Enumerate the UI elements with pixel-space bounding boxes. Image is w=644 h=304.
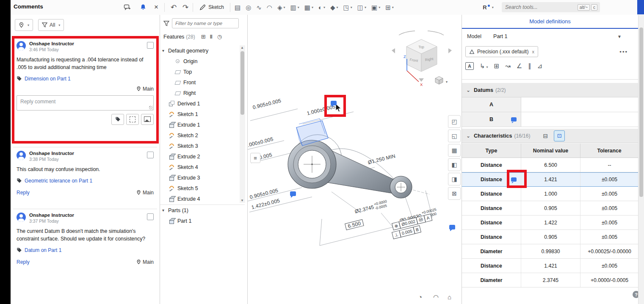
- surface-profile-button[interactable]: ⊿: [537, 62, 543, 70]
- collapse-panel-button[interactable]: ≡: [250, 153, 260, 163]
- feature-item-right[interactable]: Right: [160, 88, 240, 98]
- scroll-down-icon[interactable]: ▼: [240, 199, 244, 202]
- dimension-label[interactable]: Ø2.3745+0.0000-0.0005: [354, 199, 388, 216]
- model-select[interactable]: Part 1: [493, 33, 507, 39]
- feature-item-default-geometry[interactable]: ▾Default geometry: [160, 45, 240, 56]
- comment-indicator-icon[interactable]: [511, 117, 517, 122]
- capture-region-button[interactable]: [126, 114, 139, 125]
- mirror-button[interactable]: ◐▾: [316, 2, 328, 13]
- add-comment-button[interactable]: [122, 2, 133, 13]
- resolve-checkbox[interactable]: [147, 42, 154, 49]
- characteristics-section-header[interactable]: ⌄ Characteristics (16/16) ⊟ ⊡: [462, 129, 638, 143]
- insert-button[interactable]: ⊞▾: [383, 2, 396, 13]
- feature-item-sketch-3[interactable]: Sketch 3: [160, 141, 240, 151]
- comment-pin-icon[interactable]: [290, 191, 296, 196]
- datum-row[interactable]: B: [462, 112, 638, 127]
- undo-button[interactable]: ↶: [168, 2, 179, 13]
- dimension-label[interactable]: 0.905±0.005: [252, 98, 282, 111]
- feature-item-extrude-2[interactable]: Extrude 2: [160, 151, 240, 162]
- callout-button[interactable]: ↳▾: [480, 62, 488, 70]
- chevron-down-icon[interactable]: ▾: [162, 48, 168, 53]
- column-header-tolerance[interactable]: Tolerance: [580, 144, 638, 158]
- overflow-menu-button[interactable]: •••: [619, 49, 628, 55]
- dimension-label[interactable]: 6.500: [345, 219, 364, 230]
- comment-tag-link[interactable]: Datum on Part 1: [25, 247, 61, 253]
- pattern-display-button[interactable]: ▦: [448, 144, 461, 157]
- sketch-button[interactable]: Sketch: [196, 2, 227, 13]
- scrollbar-thumb[interactable]: [639, 28, 643, 197]
- column-header-nominal[interactable]: Nominal value: [521, 144, 580, 158]
- resolve-checkbox[interactable]: [147, 213, 154, 220]
- leader-button[interactable]: ↝: [505, 62, 511, 70]
- pattern-button[interactable]: ▦▾: [302, 2, 316, 13]
- stamp-tool-button[interactable]: ◔: [418, 293, 422, 301]
- text-annotation-button[interactable]: A: [465, 62, 474, 70]
- feature-item-extrude-3[interactable]: Extrude 3: [160, 172, 240, 183]
- dimension-label[interactable]: .000±0.005: [248, 136, 274, 148]
- comment-pin-icon[interactable]: [449, 225, 455, 229]
- chevron-down-icon[interactable]: ▼: [617, 34, 622, 39]
- chip-remove-button[interactable]: x: [532, 49, 534, 54]
- parts-group-header[interactable]: ▾ Parts (1): [160, 205, 245, 216]
- reply-link[interactable]: Reply: [17, 259, 30, 265]
- feature-tree-scrollbar[interactable]: ▲ ▼: [240, 45, 245, 203]
- comment-tag-link[interactable]: Geometric tolerance on Part 1: [25, 178, 92, 184]
- attach-tag-button[interactable]: [111, 114, 124, 125]
- comment-tag-link[interactable]: Dimension on Part 1: [25, 76, 71, 82]
- parallel-dimension-button[interactable]: ∥: [528, 62, 531, 70]
- precision-filter-chip[interactable]: Precision (.xxx default) x: [465, 46, 538, 57]
- appearance-button[interactable]: ◧: [448, 158, 461, 171]
- comment-card[interactable]: Onshape Instructor 3:46 PM Today Manufac…: [13, 38, 157, 127]
- resolve-checkbox[interactable]: [147, 152, 154, 158]
- feature-item-top[interactable]: Top: [160, 66, 240, 77]
- feature-item-sketch-5[interactable]: Sketch 5: [160, 183, 240, 193]
- angle-dimension-button[interactable]: ∠: [517, 62, 522, 70]
- feature-item-sketch-2[interactable]: Sketch 2: [160, 130, 240, 141]
- comment-all-filter-button[interactable]: All ▾: [38, 19, 64, 31]
- isolate-button[interactable]: ⊠: [448, 187, 461, 200]
- comment-card[interactable]: Onshape Instructor 3:37 PM Today The cur…: [13, 209, 157, 268]
- chevron-down-icon[interactable]: ⌄: [466, 87, 470, 93]
- feature-item-origin[interactable]: Origin: [160, 56, 240, 66]
- comment-location-filter-button[interactable]: ▾: [15, 19, 33, 31]
- feature-item-front[interactable]: Front: [160, 77, 240, 88]
- revolve-button[interactable]: ◎: [243, 2, 254, 13]
- boolean-button[interactable]: ▣▾: [369, 2, 383, 13]
- reply-link[interactable]: Reply: [17, 190, 30, 196]
- part-item[interactable]: Part 1: [160, 216, 245, 226]
- characteristic-row[interactable]: Diameter0.99830+0.00025/-0.00000: [462, 244, 638, 259]
- 3d-viewport[interactable]: Top Front Right Z X ▾: [248, 15, 462, 304]
- shell-button[interactable]: ▥▾: [288, 2, 302, 13]
- characteristic-row[interactable]: Distance6.500--: [462, 158, 638, 172]
- dome-tool-button[interactable]: ◠: [433, 293, 439, 301]
- datums-section-header[interactable]: ⌄ Datums (2/2): [462, 83, 638, 97]
- panel-scrollbar[interactable]: [638, 15, 644, 304]
- characteristic-row[interactable]: Distance0.905±0.005: [462, 230, 638, 244]
- hide-geometry-button[interactable]: ◨: [448, 173, 461, 185]
- characteristic-row[interactable]: Distance1.422±0.005: [462, 216, 638, 230]
- measure-tool-button[interactable]: ⌂: [448, 293, 451, 301]
- close-comments-button[interactable]: ×: [151, 2, 161, 13]
- characteristic-row[interactable]: Distance1.421±0.005: [462, 259, 638, 273]
- column-header-type[interactable]: Type: [462, 144, 521, 158]
- scrollbar-thumb[interactable]: [240, 51, 244, 115]
- export-characteristics-button[interactable]: ⊟: [543, 133, 548, 139]
- feature-item-derived-1[interactable]: Derived 1: [160, 98, 240, 109]
- extrude-button[interactable]: ▤: [232, 2, 243, 13]
- notifications-button[interactable]: [138, 2, 149, 13]
- characteristic-row[interactable]: Diameter2.3745+0.0000/-0.0005: [462, 273, 638, 287]
- characteristic-row[interactable]: Distance1.421±0.005: [462, 172, 638, 187]
- search-tools-box[interactable]: alt/~ c: [502, 2, 600, 12]
- search-tools-input[interactable]: [504, 4, 553, 11]
- redo-button[interactable]: ↷: [180, 2, 191, 13]
- characteristic-row[interactable]: Distance0.905±0.005: [462, 201, 638, 216]
- custom-features-button[interactable]: R ▾: [480, 2, 497, 13]
- reply-comment-input[interactable]: Reply comment: [17, 95, 154, 111]
- named-views-button[interactable]: ◰: [448, 115, 461, 128]
- section-view-button[interactable]: ◱: [448, 130, 461, 142]
- feature-item-extrude-4[interactable]: Extrude 4: [160, 193, 240, 202]
- comment-indicator-icon[interactable]: [511, 177, 517, 182]
- feature-filter-input[interactable]: [172, 18, 239, 28]
- datum-row[interactable]: A: [462, 97, 638, 112]
- draft-button[interactable]: ◆▾: [328, 2, 341, 13]
